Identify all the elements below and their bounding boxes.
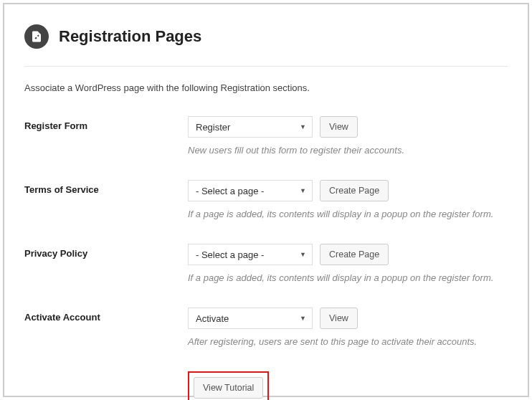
edit-page-icon [24, 24, 49, 49]
row-terms-of-service: Terms of Service - Select a page - Creat… [24, 180, 508, 219]
help-activate-account: After registering, users are sent to thi… [188, 336, 508, 347]
select-value: - Select a page - [196, 249, 264, 260]
help-register-form: New users fill out this form to register… [188, 145, 508, 156]
select-value: Register [196, 122, 230, 133]
label-terms-of-service: Terms of Service [24, 180, 188, 195]
label-register-form: Register Form [24, 116, 188, 131]
panel-header: Registration Pages [24, 24, 508, 49]
create-page-button[interactable]: Create Page [320, 180, 389, 201]
row-activate-account: Activate Account Activate View After reg… [24, 308, 508, 347]
settings-panel: Registration Pages Associate a WordPress… [3, 3, 529, 397]
footer-row: View Tutorial [24, 371, 508, 400]
row-register-form: Register Form Register View New users fi… [24, 116, 508, 156]
help-terms-of-service: If a page is added, its contents will di… [188, 209, 508, 219]
select-terms-of-service[interactable]: - Select a page - [188, 180, 313, 201]
label-activate-account: Activate Account [24, 308, 188, 323]
view-button[interactable]: View [320, 116, 358, 138]
select-value: - Select a page - [196, 186, 264, 196]
help-privacy-policy: If a page is added, its contents will di… [188, 272, 508, 283]
select-value: Activate [196, 313, 229, 324]
page-title: Registration Pages [59, 27, 201, 46]
panel-description: Associate a WordPress page with the foll… [24, 82, 508, 93]
row-privacy-policy: Privacy Policy - Select a page - Create … [24, 244, 508, 283]
highlight-box: View Tutorial [188, 371, 269, 400]
divider [24, 66, 508, 67]
select-activate-account[interactable]: Activate [188, 308, 313, 329]
select-privacy-policy[interactable]: - Select a page - [188, 244, 313, 265]
view-button[interactable]: View [320, 308, 358, 329]
create-page-button[interactable]: Create Page [320, 244, 389, 265]
select-register-form[interactable]: Register [188, 116, 313, 138]
label-privacy-policy: Privacy Policy [24, 244, 188, 259]
view-tutorial-button[interactable]: View Tutorial [194, 377, 263, 399]
